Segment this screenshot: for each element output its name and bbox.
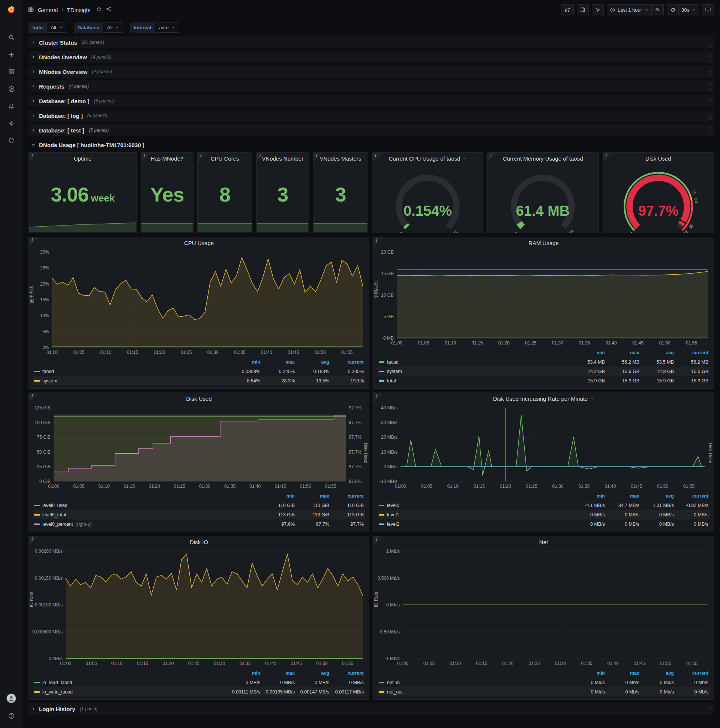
panel-info-icon[interactable]: i	[141, 153, 151, 162]
dashboard-row[interactable]: Cluster Status(21 panels)	[29, 37, 714, 48]
legend-col-max[interactable]: max	[605, 494, 639, 499]
help-icon[interactable]	[4, 708, 19, 723]
time-range-button[interactable]: Last 1 hour	[607, 4, 652, 15]
panel-title-uptime[interactable]: Uptime	[29, 153, 136, 164]
zoom-out-time-button[interactable]	[652, 4, 664, 15]
legend-series-level0_total[interactable]: level0_total	[34, 512, 260, 517]
legend-col-max[interactable]: max	[295, 494, 329, 499]
legend-col-avg[interactable]: avg	[639, 350, 674, 355]
dashboard-row[interactable]: DNodes Overview(4 panels)	[29, 51, 714, 63]
dashboard-grid-icon[interactable]	[28, 6, 34, 14]
dashboard-row[interactable]: Database: [ log ](5 panels)	[29, 110, 714, 122]
legend-col-max[interactable]: max	[260, 671, 295, 676]
row-drag-handle[interactable]	[706, 52, 711, 61]
legend-series-io_write_taosd[interactable]: io_write_taosd	[34, 689, 226, 694]
chart-plot-cpu-usage[interactable]: 使用占比01:0001:0501:1001:1501:2001:2501:300…	[29, 248, 369, 356]
legend-series-system[interactable]: system	[379, 369, 571, 374]
user-avatar-icon[interactable]	[4, 691, 19, 705]
gauge-current-cpu-usage[interactable]: 01000.154%	[372, 164, 483, 232]
page-title[interactable]: TDinsight	[67, 7, 91, 13]
panel-info-icon[interactable]: i	[29, 237, 39, 247]
panel-title-net[interactable]: Net	[374, 536, 714, 548]
legend-col-min[interactable]: min	[260, 494, 295, 499]
row-drag-handle[interactable]	[706, 111, 711, 120]
legend-col-current[interactable]: current	[674, 494, 708, 499]
star-icon[interactable]	[96, 6, 102, 14]
legend-col-max[interactable]: max	[605, 350, 639, 355]
dashboard-row[interactable]: Database: [ demo ](5 panels)	[29, 95, 714, 107]
legend-series-level2[interactable]: level2	[379, 522, 571, 527]
alerting-icon[interactable]	[4, 99, 19, 113]
panel-title-current-memory-usage[interactable]: Current Memory Usage of taosd	[488, 153, 598, 164]
grafana-logo-icon[interactable]	[0, 0, 23, 20]
legend-series-level1[interactable]: level1	[379, 512, 571, 517]
panel-info-icon[interactable]: i	[313, 153, 323, 162]
legend-series-system[interactable]: system	[34, 378, 226, 384]
row-drag-handle[interactable]	[706, 96, 711, 106]
legend-series-net_out[interactable]: net_out	[379, 689, 571, 694]
dashboard-settings-button[interactable]	[592, 4, 604, 15]
dashboard-row[interactable]: MNodes Overview(2 panels)	[29, 66, 714, 78]
legend-series-taosd[interactable]: taosd	[34, 369, 226, 374]
panel-title-disk-rate[interactable]: Disk Used Increasing Rate per Minute	[374, 393, 714, 404]
row-drag-handle[interactable]	[706, 126, 711, 135]
add-icon[interactable]	[4, 47, 19, 61]
save-dashboard-button[interactable]	[577, 4, 589, 15]
panel-title-disk-io[interactable]: Disk IO	[29, 536, 369, 548]
panel-info-icon[interactable]: i	[256, 153, 266, 162]
legend-col-current[interactable]: current	[329, 359, 364, 365]
dashboard-row[interactable]: Database: [ test ](5 panels)	[29, 124, 714, 136]
panel-title-current-cpu-usage[interactable]: Current CPU Usage of taosd	[372, 153, 483, 164]
dashboards-icon[interactable]	[4, 64, 19, 79]
panel-info-icon[interactable]: i	[374, 237, 383, 247]
legend-series-level0[interactable]: level0	[379, 503, 571, 508]
legend-col-current[interactable]: current	[329, 494, 364, 499]
panel-title-ram-usage[interactable]: RAM Usage	[374, 237, 714, 248]
panel-info-icon[interactable]: i	[29, 393, 39, 403]
gauge-disk-used-gauge[interactable]: 075809510097.7%	[603, 164, 714, 232]
refresh-button[interactable]	[667, 4, 679, 15]
legend-series-level0_percent[interactable]: level0_percent (right-y)	[34, 522, 260, 527]
legend-col-current[interactable]: current	[674, 350, 708, 355]
legend-col-min[interactable]: min	[226, 359, 260, 365]
panel-info-icon[interactable]: i	[198, 153, 207, 162]
legend-col-min[interactable]: min	[571, 494, 605, 499]
dashboard-row[interactable]: Requests(4 panels)	[29, 80, 714, 92]
legend-col-max[interactable]: max	[605, 671, 639, 676]
row-drag-handle[interactable]	[706, 82, 711, 91]
legend-col-current[interactable]: current	[674, 671, 708, 676]
server-admin-icon[interactable]	[4, 134, 19, 148]
breadcrumb-section[interactable]: General	[38, 7, 58, 13]
panel-info-icon[interactable]: i	[29, 153, 39, 162]
legend-col-min[interactable]: min	[571, 671, 605, 676]
legend-series-level0_used[interactable]: level0_used	[34, 503, 260, 508]
dashboard-row[interactable]: Login History(1 panel)	[29, 703, 714, 715]
panel-info-icon[interactable]: i	[488, 153, 497, 162]
legend-col-avg[interactable]: avg	[639, 494, 674, 499]
panel-info-icon[interactable]: i	[374, 536, 383, 546]
legend-series-total[interactable]: total	[379, 378, 571, 384]
legend-series-net_in[interactable]: net_in	[379, 680, 571, 685]
add-panel-button[interactable]	[561, 4, 574, 15]
panel-info-icon[interactable]: i	[603, 153, 613, 162]
panel-title-cpu-usage[interactable]: CPU Usage	[29, 237, 369, 248]
search-icon[interactable]	[4, 30, 19, 44]
row-dnode-usage[interactable]: DNode Usage [ huolinhe-TM1701:6030 ]	[29, 139, 714, 151]
tv-mode-button[interactable]	[702, 4, 714, 15]
legend-col-avg[interactable]: avg	[639, 671, 674, 676]
chart-plot-disk-used[interactable]: Disk Used01:0001:0501:1001:1501:2001:250…	[29, 404, 369, 491]
panel-title-disk-used[interactable]: Disk Used	[29, 393, 369, 404]
legend-col-avg[interactable]: avg	[295, 671, 329, 676]
legend-series-taosd[interactable]: taosd	[379, 359, 571, 365]
row-drag-handle[interactable]	[706, 67, 711, 76]
variable-value-dropdown[interactable]: auto	[155, 23, 179, 33]
gauge-current-memory-usage[interactable]: 0158961.4 MB	[488, 164, 598, 232]
row-drag-handle[interactable]	[706, 704, 711, 713]
variable-value-dropdown[interactable]: All	[46, 23, 67, 33]
share-icon[interactable]	[106, 6, 112, 14]
legend-col-current[interactable]: current	[329, 671, 364, 676]
legend-col-max[interactable]: max	[260, 359, 295, 365]
row-drag-handle[interactable]	[706, 38, 711, 47]
legend-col-min[interactable]: min	[226, 671, 260, 676]
configuration-icon[interactable]	[4, 116, 19, 131]
